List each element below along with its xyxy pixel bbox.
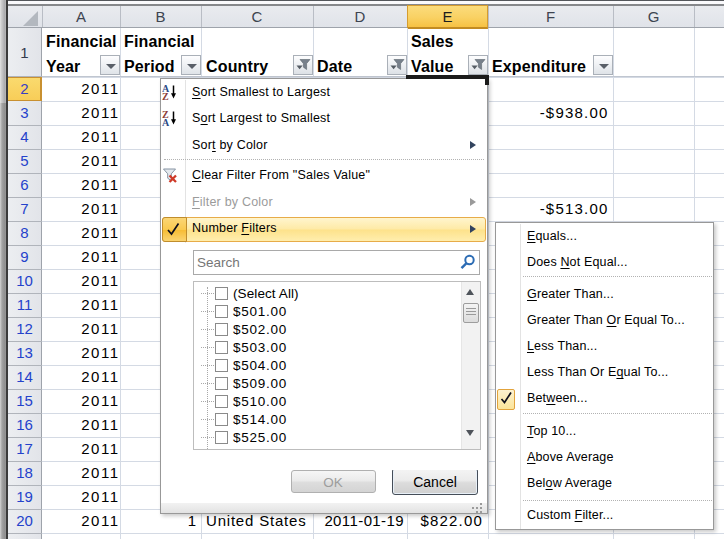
svg-text:Z: Z xyxy=(162,91,169,100)
svg-text:A: A xyxy=(162,117,170,126)
